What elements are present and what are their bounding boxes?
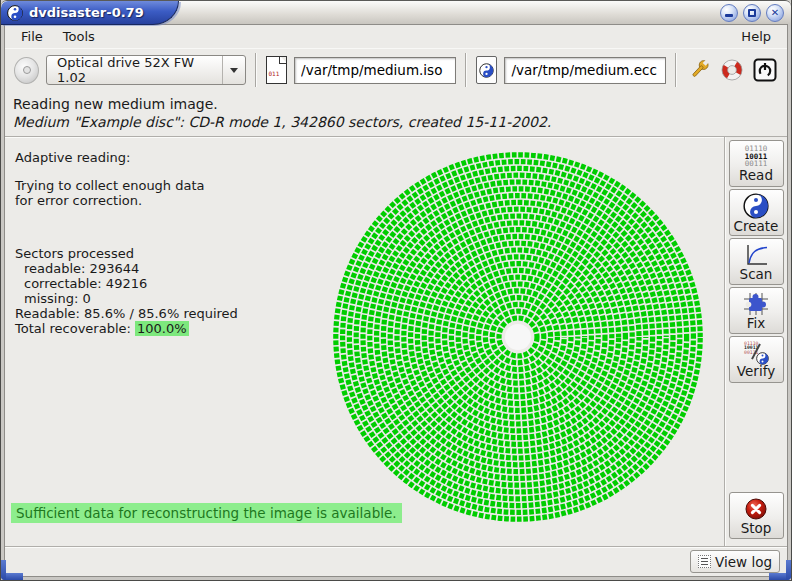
menu-file[interactable]: File <box>13 27 51 46</box>
scan-button[interactable]: Scan <box>729 238 784 285</box>
wrench-icon <box>687 58 711 82</box>
help-lifebuoy-button[interactable] <box>719 55 745 85</box>
adaptive-reading-panel: Adaptive reading: Trying to collect enou… <box>15 150 238 336</box>
close-button[interactable]: ✕ <box>766 4 784 22</box>
sectors-heading: Sectors processed <box>15 246 238 261</box>
status-area: Reading new medium image. Medium "Exampl… <box>5 91 787 137</box>
lifebuoy-icon <box>720 58 744 82</box>
read-icon: 01110 10011 00111 <box>745 145 768 168</box>
toolbar-separator <box>675 53 677 87</box>
image-file-input[interactable] <box>294 57 456 84</box>
close-icon: ✕ <box>771 8 779 18</box>
drive-select-arrow[interactable] <box>222 56 245 84</box>
status-action: Reading new medium image. <box>13 96 779 112</box>
verify-button[interactable]: 01110 10011 00111 <box>729 336 784 383</box>
scan-chart-icon <box>743 243 769 267</box>
create-yinyang-icon <box>743 193 769 219</box>
drive-select[interactable]: Optical drive 52X FW 1.02 <box>46 55 245 85</box>
window-title: dvdisaster-0.79 <box>29 5 144 20</box>
status-medium-info: Medium "Example disc": CD-R mode 1, 3428… <box>13 114 779 130</box>
minimize-button[interactable] <box>720 4 738 22</box>
chevron-down-icon <box>230 68 238 73</box>
read-button[interactable]: 01110 10011 00111 Read <box>729 140 784 187</box>
quit-button[interactable] <box>752 55 778 85</box>
app-window: dvdisaster-0.79 ✕ File Tools Help Optica… <box>0 0 792 581</box>
adaptive-desc-2: for error correction. <box>15 193 238 208</box>
preferences-button[interactable] <box>686 55 712 85</box>
log-icon <box>698 555 711 568</box>
window-frame: File Tools Help Optical drive 52X FW 1.0… <box>1 24 791 580</box>
recoverable-line: Total recoverable: 100.0% <box>15 321 238 336</box>
verify-icon: 01110 10011 00111 <box>743 342 769 364</box>
sectors-correctable: correctable: 49216 <box>15 276 238 291</box>
adaptive-desc-1: Trying to collect enough data <box>15 178 238 193</box>
resize-grip-bottom-right[interactable] <box>786 560 791 580</box>
titlebar-tab[interactable]: dvdisaster-0.79 <box>1 1 179 25</box>
image-file-icon: 011 10011 00111 <box>266 56 288 84</box>
stop-button[interactable]: Stop <box>729 492 784 539</box>
minimize-icon <box>725 14 733 17</box>
disc-visualization <box>322 141 714 533</box>
fix-puzzle-icon <box>743 292 769 316</box>
action-sidebar: 01110 10011 00111 Read Crea <box>725 137 787 546</box>
footer-bar: View log <box>5 546 787 576</box>
power-icon <box>753 58 777 82</box>
fix-button[interactable]: Fix <box>729 287 784 334</box>
ecc-file-icon <box>476 56 497 84</box>
adaptive-heading: Adaptive reading: <box>15 150 238 165</box>
create-button[interactable]: Create <box>729 189 784 236</box>
recoverable-value: 100.0% <box>135 321 189 336</box>
maximize-button[interactable] <box>743 4 761 22</box>
resize-grip-bottom-left[interactable] <box>1 560 6 580</box>
menubar: File Tools Help <box>5 25 787 48</box>
drive-icon <box>14 57 39 84</box>
readable-summary: Readable: 85.6% / 85.6% required <box>15 306 238 321</box>
stop-icon <box>744 497 768 521</box>
toolbar-separator <box>465 53 467 87</box>
view-log-button[interactable]: View log <box>690 550 780 573</box>
toolbar-separator <box>255 53 257 87</box>
menu-help[interactable]: Help <box>733 27 779 46</box>
menu-tools[interactable]: Tools <box>55 27 103 46</box>
maximize-icon <box>748 9 756 17</box>
toolbar: Optical drive 52X FW 1.02 011 10011 0011… <box>5 48 787 91</box>
ecc-file-input[interactable] <box>504 57 666 84</box>
titlebar[interactable]: dvdisaster-0.79 ✕ <box>1 0 791 24</box>
drive-select-value: Optical drive 52X FW 1.02 <box>57 55 211 85</box>
result-message: Sufficient data for reconstructing the i… <box>11 503 402 523</box>
sectors-missing: missing: 0 <box>15 291 238 306</box>
main-content: Adaptive reading: Trying to collect enou… <box>5 137 725 546</box>
dvdisaster-logo-icon <box>7 5 23 21</box>
sectors-readable: readable: 293644 <box>15 261 238 276</box>
